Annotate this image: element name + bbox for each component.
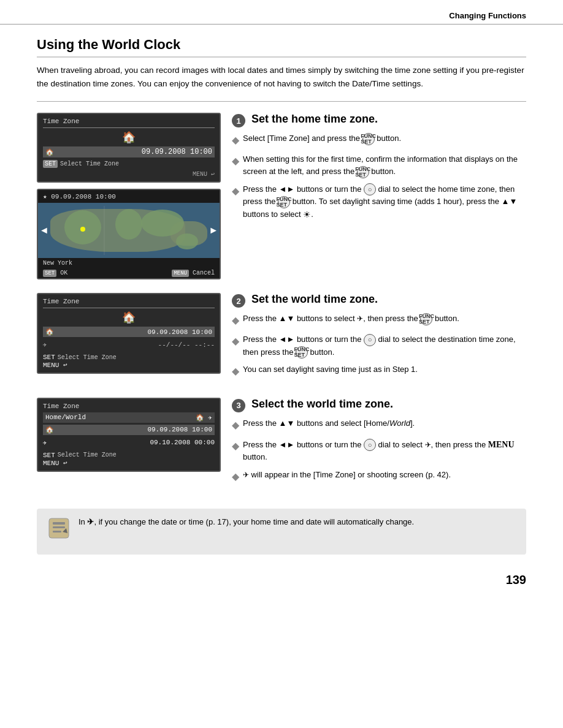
screen-2-menu-row: MENU ↩ (43, 361, 215, 369)
ud-arrow-2-1: ▲▼ (279, 314, 295, 324)
step-2-bullet-2-text: Press the ◄► buttons or turn the ○ dial … (243, 333, 526, 358)
screen-3-hw-bar: Home/World 🏠 ✈ (43, 412, 215, 423)
step-3-bullet-3-text: ✈ will appear in the [Time Zone] or shoo… (243, 469, 451, 481)
svg-point-2 (141, 210, 184, 237)
hw-plane-icon: ✈ (208, 414, 212, 422)
step-1-bullet-1: ◆ Select [Time Zone] and press the FUNCS… (232, 132, 526, 148)
dial-icon-2: ○ (364, 334, 376, 346)
step-3-heading: Select the world time zone. (251, 398, 393, 411)
screen-3-menu-label: MENU ↩ (43, 460, 67, 467)
map-location: New York (43, 260, 72, 267)
screen-3-set-row: SET Select Time Zone (43, 452, 215, 459)
sun-icon: ☀ (303, 210, 311, 219)
step-2-number: 2 (232, 294, 245, 308)
menu-text-3: MENU (488, 440, 515, 449)
screen-2-plane-icon: ✈ (43, 341, 47, 349)
bullet-dot-2-1: ◆ (232, 313, 239, 328)
map-header-time: ★ 09.09.2008 10:00 (38, 190, 220, 203)
section-divider (37, 101, 526, 102)
screen-3-home-sym: 🏠 (45, 426, 54, 434)
svg-rect-9 (53, 531, 61, 533)
svg-point-5 (80, 227, 85, 232)
screen-1a: Time Zone 🏠 🏠 09.09.2008 10:00 SET Selec… (37, 113, 221, 183)
screen-3-plane-row: ✈ 09.10.2008 00:00 (43, 438, 215, 448)
set-label: SET (43, 160, 58, 168)
plane-icon-3-2: ✈ (425, 441, 431, 449)
steps-container: Time Zone 🏠 🏠 09.09.2008 10:00 SET Selec… (37, 113, 526, 502)
step-1-bullet-1-text: Select [Time Zone] and press the FUNCSET… (243, 132, 401, 145)
ud-arrow-3-1: ▲▼ (279, 419, 295, 428)
step-1-screens: Time Zone 🏠 🏠 09.09.2008 10:00 SET Selec… (37, 113, 221, 279)
intro-text: When traveling abroad, you can record im… (37, 64, 526, 90)
step-1-row: Time Zone 🏠 🏠 09.09.2008 10:00 SET Selec… (37, 113, 526, 279)
note-icon (48, 517, 70, 547)
screen-2-set-label: SET (43, 354, 55, 361)
plane-icon-3-3: ✈ (243, 471, 249, 479)
screen-3-set-label: SET (43, 452, 55, 459)
step-1-bullet-2: ◆ When setting this for the first time, … (232, 153, 526, 178)
svg-rect-7 (53, 522, 65, 525)
bullet-dot-2-2: ◆ (232, 334, 239, 349)
func-set-icon-3: FUNCSET (278, 196, 290, 208)
lr-arrow-2: ◄► (279, 335, 295, 344)
step-3-bullet-2-text: Press the ◄► buttons or turn the ○ dial … (243, 438, 526, 464)
screen-3-menu-row: MENU ↩ (43, 459, 215, 467)
func-set-icon-2-2: FUNCSET (296, 346, 308, 358)
step-2-bullet-3: ◆ You can set daylight saving time just … (232, 363, 526, 379)
bullet-dot-2-3: ◆ (232, 364, 239, 379)
svg-point-1 (115, 209, 142, 240)
step-1-bullets: ◆ Select [Time Zone] and press the FUNCS… (232, 132, 526, 221)
step-2-bullet-1: ◆ Press the ▲▼ buttons to select ✈, then… (232, 313, 526, 328)
step-3-bullet-1: ◆ Press the ▲▼ buttons and select [Home/… (232, 417, 526, 433)
pencil-svg (48, 517, 70, 539)
step-2-bullet-1-text: Press the ▲▼ buttons to select ✈, then p… (243, 313, 459, 325)
bullet-dot-3-1: ◆ (232, 418, 239, 433)
lr-arrow-1: ◄► (279, 184, 295, 194)
step-3-bullet-1-text: Press the ▲▼ buttons and select [Home/Wo… (243, 417, 415, 430)
step-2-text: 2 Set the world time zone. ◆ Press the ▲… (232, 293, 526, 384)
step-3-bullets: ◆ Press the ▲▼ buttons and select [Home/… (232, 417, 526, 484)
bullet-dot-2: ◆ (232, 154, 239, 169)
step-3-header: 3 Select the world time zone. (232, 398, 526, 412)
set-text: Select Time Zone (60, 161, 119, 167)
step-3-bullet-3: ◆ ✈ will appear in the [Time Zone] or sh… (232, 469, 526, 485)
screen-3-title: Time Zone (43, 403, 215, 410)
screen-2-title: Time Zone (43, 298, 215, 305)
bullet-dot-3-2: ◆ (232, 439, 239, 454)
bullet-dot-3: ◆ (232, 184, 239, 199)
screen-2-set-text: Select Time Zone (58, 354, 117, 361)
screen-1b: ★ 09.09.2008 10:00 ◄ (37, 189, 221, 279)
bullet-dot-3-3: ◆ (232, 469, 239, 485)
func-set-icon-2: FUNCSET (357, 166, 369, 178)
home-icon-screen: 🏠 (43, 131, 215, 144)
step-3-bullet-2: ◆ Press the ◄► buttons or turn the ○ dia… (232, 438, 526, 464)
page-number: 139 (0, 567, 563, 593)
dial-icon-1: ○ (364, 183, 376, 195)
note-box: In ✈, if you change the date or time (p.… (37, 509, 526, 554)
dial-icon-3: ○ (364, 439, 376, 451)
home-symbol: 🏠 (45, 148, 54, 156)
screen-3-home-row: 🏠 09.09.2008 10:00 (43, 425, 215, 435)
svg-point-3 (176, 233, 198, 249)
time-display-row: 🏠 09.09.2008 10:00 (43, 146, 215, 157)
step-2-bullet-3-text: You can set daylight saving time just as… (243, 363, 418, 376)
map-arrow-left: ◄ (39, 225, 49, 236)
step-1-bullet-3-text: Press the ◄► buttons or turn the ○ dial … (243, 183, 526, 222)
screen-2-plane-time: --/--/-- --:-- (50, 341, 215, 349)
step-2-heading: Set the world time zone. (251, 293, 378, 306)
screen-2-menu-label: MENU ↩ (43, 362, 67, 369)
bullet-dot-1: ◆ (232, 133, 239, 148)
func-set-icon-2-1: FUNCSET (420, 313, 432, 325)
screen-2-home-sym: 🏠 (45, 328, 54, 336)
main-content: Using the World Clock When traveling abr… (0, 25, 563, 567)
screen-3-plane-time: 09.10.2008 00:00 (50, 439, 215, 446)
step-1-heading: Set the home time zone. (251, 113, 378, 126)
screen-3: Time Zone Home/World 🏠 ✈ 🏠 09.09.2008 10… (37, 398, 221, 472)
map-footer: New York (38, 258, 220, 268)
plane-icon-2-1: ✈ (357, 314, 363, 323)
step-3-row: Time Zone Home/World 🏠 ✈ 🏠 09.09.2008 10… (37, 398, 526, 489)
menu-row-1a: MENU ↩ (43, 170, 215, 178)
note-text: In ✈, if you change the date or time (p.… (79, 516, 414, 528)
map-content: ◄ (38, 203, 220, 258)
step-2-bullet-2: ◆ Press the ◄► buttons or turn the ○ dia… (232, 333, 526, 358)
